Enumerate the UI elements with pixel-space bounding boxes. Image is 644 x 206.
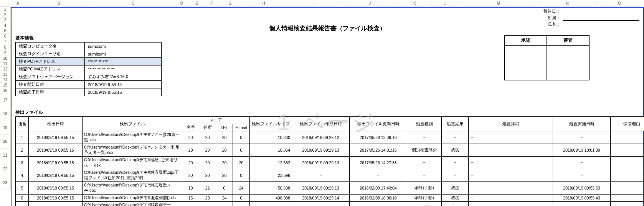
cell-reason [611,169,644,182]
cell-exec: － [553,157,611,169]
basic-info-key: 検査開始日時 [16,81,85,88]
cell-detail: － [469,131,553,144]
table-row[interactable]: 42018/09/19 09:55:15C:¥Users¥wadakuni¥De… [16,169,644,182]
basic-info-row[interactable]: 検査PC MACアドレス**-**-**-**-**-** [16,65,162,73]
row-header[interactable]: 13 [0,72,11,77]
row-header[interactable]: 3 [0,18,11,23]
approval-body-approve[interactable] [505,46,547,80]
row-header[interactable]: 10 [0,56,11,61]
cell-result: 成功 [442,195,469,202]
row-header[interactable]: 22 [0,162,11,176]
table-row[interactable]: 72018/09/19 09:55:15C:¥Users¥wadakuni¥De… [16,202,644,206]
table-row[interactable]: 62018/09/19 09:55:15C:¥Users¥wadakuni¥De… [16,195,644,202]
column-header[interactable]: L [432,1,458,5]
column-header[interactable]: H [241,1,286,5]
basic-info-row[interactable]: 検査ソフトウェアバージョンすみずみ君 Ver3.16.0 [16,73,162,81]
basic-info-key: 検査ログインユーザ名 [16,50,85,58]
cell-score-mail: 0 [233,131,250,144]
column-header[interactable]: A [10,1,25,5]
row-header[interactable]: 4 [0,23,11,28]
cell-kind: 削除(手動) [407,182,442,195]
column-header[interactable]: O [596,1,644,5]
table-row[interactable]: 12018/09/19 09:55:15C:¥Users¥wadakuni¥De… [16,131,644,144]
cell-created: 2018/09/19 09:29:13 [292,144,350,157]
cell-size: 29,696 [250,202,292,206]
cell-filepath: C:¥Users¥wadakuni¥Desktop¥デモ¥対応履歴メモ.doc [83,182,182,195]
table-row[interactable]: 32018/09/19 09:55:15C:¥Users¥wadakuni¥De… [16,157,644,169]
basic-info-value: sumizumi [85,50,162,58]
column-header[interactable]: F [204,1,219,5]
column-header[interactable]: D [174,1,189,5]
column-header[interactable]: G [219,1,241,5]
cell-filepath: C:¥Users¥wadakuni¥Desktop¥デモ¥ツアー参加者一覧.xl… [83,131,182,144]
basic-info-row[interactable]: 検査PC IPアドレス***.**.**.*** [16,58,162,65]
row-header[interactable]: 7 [0,39,11,44]
row-header[interactable]: 6 [0,34,11,39]
col-score-mail: E-mail [233,124,250,131]
cell-size: 50,688 [250,182,292,195]
column-header[interactable]: J [342,1,398,5]
row-header[interactable]: 20 [0,135,11,149]
cell-kind: 移動(手動) [407,202,442,206]
cell-filepath: C:¥Users¥wadakuni¥Desktop¥デモ¥対応履歴.zip/圧縮… [83,169,182,182]
row-header[interactable]: 8 [0,44,11,51]
cell-detail: － [469,157,553,169]
row-header[interactable]: 16 [0,88,11,93]
column-header[interactable]: K [398,1,431,5]
basic-info-row[interactable]: 検査開始日時2018/9/19 9:55:14 [16,81,162,88]
basic-info-row[interactable]: 検査コンピュータ名sumizumi [16,43,162,50]
cell-size: 408,088 [250,195,292,202]
row-header[interactable]: 23 [0,176,11,190]
basic-info-key: 検査PC MACアドレス [16,65,85,73]
dept-field[interactable] [563,15,639,21]
report-date-field[interactable] [563,9,639,14]
cell-score-mail: 0 [233,202,250,206]
row-header[interactable]: 18 [0,107,11,121]
basic-info-row[interactable]: 検査ログインユーザ名sumizumi [16,50,162,58]
column-header[interactable]: I [286,1,342,5]
cell-score-tel: 20 [216,157,233,169]
cell-updated: 2016/02/08 18:06:10 [350,195,407,202]
cell-size: 23,696 [250,169,292,182]
col-detail: 処置詳細 [469,117,553,131]
row-header[interactable]: 9 [0,51,11,56]
row-header[interactable]: 12 [0,67,11,72]
basic-info-value: 2018/9/19 9:55:14 [85,81,162,88]
cell-score-mail: 0 [233,169,250,182]
column-header[interactable]: N [540,1,596,5]
cell-score-tel: 20 [216,131,233,144]
table-row[interactable]: 22018/09/19 09:55:15C:¥Users¥wadakuni¥De… [16,144,644,157]
cell-score-name: 15 [182,195,199,202]
row-header[interactable]: 11 [0,61,11,67]
row-header-column: 1234567891011121314151617181920212223 [0,7,11,190]
column-header[interactable]: C [92,1,175,5]
column-header[interactable]: E [189,1,204,5]
report-date-label: 報告日： [537,8,560,14]
row-header[interactable]: 1 [0,7,11,12]
basic-info-row[interactable]: 検査終了日時2018/9/19 9:55:15 [16,88,162,96]
row-header[interactable]: 5 [0,28,11,34]
column-header[interactable]: M [458,1,540,5]
worksheet-print-area: 1 ページ 報告日： 所属： 氏名： 個人情報検査結果報告書（ファイル検査） 承… [11,7,644,206]
column-header[interactable]: B [25,1,92,5]
name-field[interactable] [563,22,639,27]
row-header[interactable]: 14 [0,77,11,83]
row-header[interactable]: 19 [0,121,11,135]
cell-exec: － [553,131,611,144]
row-header[interactable]: 17 [0,93,11,107]
row-header[interactable]: 21 [0,149,11,162]
dept-label: 所属： [537,15,560,21]
cell-updated: － [350,169,407,182]
basic-info-key: 検査ソフトウェアバージョン [16,73,85,81]
approval-header-approve: 承認 [505,36,547,46]
table-row[interactable]: 52018/09/19 09:55:15C:¥Users¥wadakuni¥De… [16,182,644,195]
cell-reason [611,182,644,195]
cell-score-tel: 24 [216,195,233,202]
row-header[interactable]: 2 [0,12,11,18]
approval-body-review[interactable] [547,46,589,80]
cell-exec: － [553,169,611,182]
cell-updated: 2017/05/26 14:01:15 [350,144,407,157]
row-header[interactable]: 15 [0,83,11,88]
cell-kind: － [407,169,442,182]
cell-score-tel: 20 [216,202,233,206]
